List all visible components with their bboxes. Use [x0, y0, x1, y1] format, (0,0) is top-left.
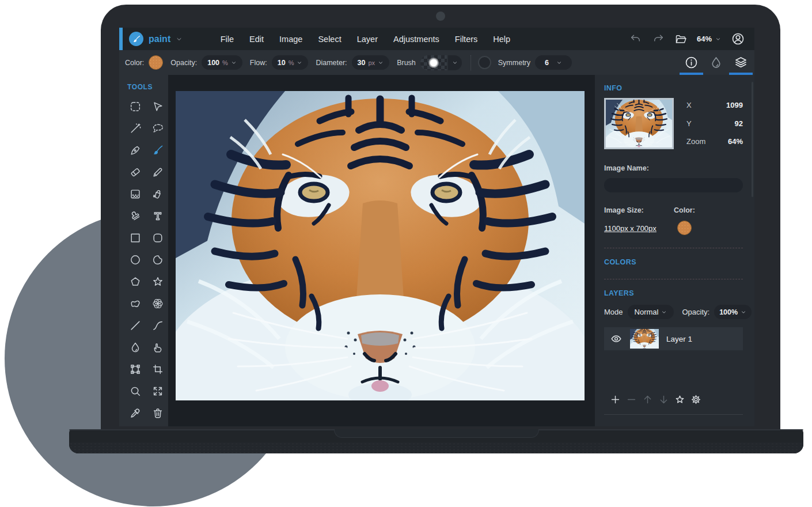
tool-text[interactable]: [146, 205, 169, 227]
tool-marquee-select[interactable]: [124, 96, 146, 118]
redo-button[interactable]: [652, 33, 665, 46]
tool-rectangle[interactable]: [124, 227, 146, 249]
menu-item-edit[interactable]: Edit: [242, 35, 272, 44]
section-divider: [604, 279, 743, 279]
blend-mode-dropdown[interactable]: Normal: [628, 305, 674, 319]
visibility-eye-icon[interactable]: [610, 332, 623, 345]
flow-group: Flow: 10 %: [250, 55, 309, 70]
info-stat-x: X1099: [686, 101, 743, 109]
tool-freeform[interactable]: [124, 293, 146, 315]
chevron-down-icon: [741, 309, 746, 315]
tool-stamp[interactable]: [124, 205, 146, 227]
tool-move[interactable]: [146, 96, 169, 118]
water-drop-panel-toggle[interactable]: [704, 50, 728, 75]
tool-zoom[interactable]: [124, 380, 146, 402]
menu-item-file[interactable]: File: [213, 35, 241, 44]
trash-icon: [151, 407, 164, 419]
panel-color-label: Color:: [674, 206, 695, 214]
tool-polygon[interactable]: [124, 271, 146, 293]
tool-curve[interactable]: [146, 315, 169, 336]
tool-star[interactable]: [146, 271, 169, 293]
tool-fit-screen[interactable]: [146, 380, 169, 402]
open-folder-button[interactable]: [674, 33, 687, 46]
symmetry-toggle[interactable]: [478, 56, 491, 69]
symmetry-dropdown[interactable]: 6: [535, 55, 572, 70]
tool-water-drop[interactable]: [124, 336, 146, 358]
gear-button[interactable]: [690, 394, 701, 405]
minus-icon: [626, 394, 637, 405]
move-icon: [151, 100, 164, 113]
pattern-fill-icon: [129, 188, 142, 200]
menu-item-select[interactable]: Select: [310, 35, 349, 44]
layer-row[interactable]: Layer 1: [604, 327, 743, 350]
diameter-label: Diameter:: [316, 59, 347, 67]
tool-smudge[interactable]: [146, 336, 169, 358]
diameter-dropdown[interactable]: 30 px: [352, 55, 390, 70]
menu-item-image[interactable]: Image: [272, 35, 310, 44]
menu-item-adjustments[interactable]: Adjustments: [386, 35, 447, 44]
menu-item-filters[interactable]: Filters: [447, 35, 485, 44]
tool-pattern-fill[interactable]: [124, 183, 146, 205]
panel-color-swatch[interactable]: [677, 221, 692, 235]
color-swatch[interactable]: [149, 55, 163, 70]
tool-trash[interactable]: [146, 402, 169, 424]
star-button[interactable]: [674, 394, 685, 405]
tool-eraser[interactable]: [124, 161, 146, 183]
tools-panel: TOOLS: [119, 75, 168, 426]
canvas-artwork[interactable]: [176, 91, 585, 400]
gear-icon: [690, 394, 701, 405]
opacity-dropdown[interactable]: 100 %: [202, 55, 242, 70]
tool-lasso[interactable]: [146, 118, 169, 139]
panel-scrollbar[interactable]: [752, 82, 753, 197]
canvas-area[interactable]: [168, 75, 595, 426]
tool-magic-wand[interactable]: [124, 118, 146, 139]
layers-panel-toggle[interactable]: [728, 50, 753, 75]
layers-title[interactable]: LAYERS: [604, 289, 743, 297]
tool-pen[interactable]: [124, 139, 146, 161]
plus-button[interactable]: [610, 394, 621, 405]
arrow-up-icon: [642, 394, 653, 405]
image-name-input[interactable]: [604, 178, 743, 192]
info-title: INFO: [604, 84, 743, 92]
zoom-dropdown[interactable]: 64%: [697, 35, 721, 43]
undo-button[interactable]: [629, 33, 642, 46]
webcam-dot: [436, 12, 445, 21]
colors-title[interactable]: COLORS: [604, 258, 743, 266]
layer-opacity-dropdown[interactable]: 100%: [714, 305, 752, 319]
tools-title: TOOLS: [127, 83, 168, 91]
arrow-down-icon: [658, 394, 669, 405]
app-window: paint FileEditImageSelectLayerAdjustment…: [119, 28, 754, 426]
tool-arc[interactable]: [146, 249, 169, 271]
brush-label: Brush: [397, 59, 416, 67]
tool-brush[interactable]: [146, 139, 169, 161]
curve-icon: [151, 319, 164, 332]
menu-item-layer[interactable]: Layer: [349, 35, 385, 44]
account-button[interactable]: [731, 32, 745, 46]
tool-rounded-rectangle[interactable]: [146, 227, 169, 249]
tool-line[interactable]: [124, 315, 146, 336]
menu-item-help[interactable]: Help: [485, 35, 518, 44]
info-stat-y: Y92: [686, 119, 743, 128]
image-size-link[interactable]: 1100px x 700px: [604, 224, 657, 233]
tool-ellipse[interactable]: [124, 249, 146, 271]
right-panel: INFO X1099Y92Zoom64% Image Name: Image S…: [595, 75, 754, 426]
symmetry-group: Symmetry 6: [478, 55, 572, 70]
mode-label: Mode: [604, 308, 623, 316]
tool-paint-bucket[interactable]: [146, 183, 169, 205]
chevron-down-icon[interactable]: [448, 55, 462, 70]
tool-pencil[interactable]: [146, 161, 169, 183]
app-logo[interactable]: paint: [129, 32, 183, 46]
flow-dropdown[interactable]: 10 %: [272, 55, 309, 70]
pen-icon: [129, 144, 142, 157]
size-color-labels: Image Size: Color:: [604, 206, 743, 214]
tool-transform[interactable]: [124, 358, 146, 380]
tool-flower[interactable]: [146, 293, 169, 315]
text-icon: [151, 210, 164, 222]
water-drop-icon: [129, 341, 142, 354]
info-panel-toggle[interactable]: [679, 50, 704, 75]
layer-actions: [610, 394, 701, 405]
tool-crop[interactable]: [146, 358, 169, 380]
tool-eyedropper[interactable]: [124, 402, 146, 424]
brush-picker[interactable]: [420, 55, 462, 70]
marquee-select-icon: [129, 100, 142, 113]
